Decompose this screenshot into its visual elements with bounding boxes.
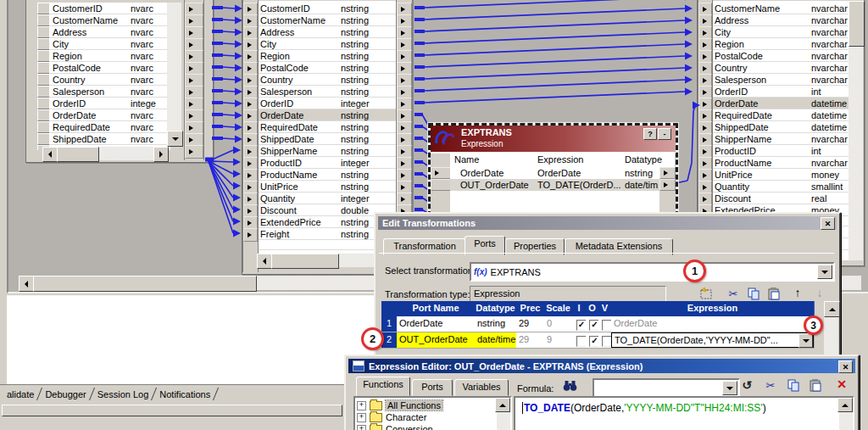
table-row[interactable]: OrderDatenvarc <box>26 109 184 121</box>
tree-item[interactable]: + All Functions <box>357 399 493 411</box>
transformation-select[interactable]: f(x) EXPTRANS <box>470 262 835 282</box>
port-cell[interactable] <box>659 179 676 191</box>
tree-item[interactable]: + Character <box>357 411 493 423</box>
table-row[interactable]: OrderDatenstring <box>242 109 396 121</box>
close-button[interactable]: ✕ <box>821 217 835 230</box>
paste-button[interactable] <box>808 378 823 392</box>
close-button[interactable]: ✕ <box>838 360 853 373</box>
table-row[interactable]: Regionnvarchar <box>698 38 849 50</box>
exptrans-window[interactable]: EXPTRANS Expression ? - Name Expression … <box>428 123 678 216</box>
table-row[interactable]: CustomerNamenvarc <box>26 14 184 26</box>
formula-search-combo[interactable] <box>593 378 740 398</box>
help-button[interactable]: ? <box>643 128 657 140</box>
table-row[interactable]: ProductNamenvarchar <box>698 157 849 169</box>
output-tab-debugger[interactable]: Debugger <box>40 388 91 399</box>
table-row[interactable]: Salespersonnvarchar <box>698 74 849 86</box>
tab-ports[interactable]: Ports <box>412 379 453 396</box>
table-row[interactable]: UnitPricenstring <box>242 181 396 193</box>
table-row[interactable]: OrderIDint <box>698 86 849 98</box>
paste-button[interactable] <box>766 287 782 300</box>
table-row[interactable]: OrderIDinteger <box>242 98 396 109</box>
clear-button[interactable]: ✕ <box>834 377 849 391</box>
open-expression-editor-button[interactable] <box>798 333 813 348</box>
table-row[interactable]: ProductIDint <box>698 145 849 157</box>
table-row[interactable]: RequiredDatedatetime <box>698 109 849 121</box>
copy-button[interactable] <box>746 287 761 300</box>
table-row[interactable]: ShipperNamenstring <box>242 145 396 157</box>
table-row[interactable]: Regionnstring <box>242 50 396 62</box>
table-row[interactable]: Salespersonnstring <box>242 86 396 98</box>
expression-cell-editor[interactable]: TO_DATE(OrderDate,'YYYY-MM-DD"... <box>611 332 814 348</box>
table-row[interactable]: Countrynvarchar <box>698 62 849 74</box>
prec-cell[interactable]: 29 <box>516 332 548 349</box>
formula-editor[interactable]: TO_DATE(OrderDate,'YYYY-MM-DD"T"HH24:MI:… <box>514 396 854 430</box>
port-name-cell[interactable]: OrderDate <box>397 316 478 332</box>
table-row[interactable]: Addressnvarc <box>26 26 184 38</box>
table-row[interactable]: Regionnvarc <box>26 50 184 62</box>
table-row[interactable]: Addressnstring <box>242 26 396 38</box>
table-row[interactable]: ShipperNamenvarchar <box>698 133 849 145</box>
tree-item-label[interactable]: Character <box>386 412 426 422</box>
prec-cell[interactable]: 29 <box>516 316 548 332</box>
table-row[interactable]: CustomerIDnvarc <box>26 3 184 14</box>
table-row[interactable]: 2 OUT_OrderDate date/time 29 9 ✓ TO_DATE… <box>381 332 814 349</box>
scrollbar-thumb[interactable] <box>57 147 99 162</box>
scrollbar-thumb[interactable] <box>33 276 257 292</box>
cut-button[interactable]: ✂ <box>763 378 778 392</box>
table-row[interactable]: UnitPricemoney <box>698 169 849 181</box>
table-row[interactable]: ProductIDinteger <box>242 157 396 169</box>
dialog-titlebar[interactable]: Edit Transformations <box>378 216 837 230</box>
table-row[interactable]: ShippedDatedatetime <box>698 121 849 133</box>
table-row[interactable]: OrderIDintege <box>26 98 184 109</box>
tab-variables[interactable]: Variables <box>454 379 509 396</box>
table-row[interactable]: CustomerNamenvarchar <box>698 3 849 14</box>
table-row[interactable]: ShippedDatenstring <box>242 133 396 145</box>
table-row[interactable]: Citynvarc <box>26 38 184 50</box>
cut-button[interactable]: ✂ <box>726 287 741 300</box>
add-port-button[interactable] <box>698 287 714 300</box>
table-row[interactable]: Countrynvarc <box>26 74 184 86</box>
table-row[interactable]: Quantitysmallint <box>698 181 849 193</box>
scrollbar-thumb[interactable] <box>849 1 865 47</box>
minimize-button[interactable]: - <box>658 128 671 140</box>
copy-button[interactable] <box>786 378 801 392</box>
dialog-titlebar[interactable]: Expression Editor: OUT_OrderDate - EXPTR… <box>348 359 855 373</box>
tree-item-label[interactable]: Conversion <box>386 424 433 430</box>
undo-button[interactable]: ↺ <box>739 378 754 392</box>
table-row[interactable]: ExtendedPricenstring <box>242 216 396 228</box>
port-name-cell[interactable]: OUT_OrderDate <box>397 332 478 349</box>
datatype-cell[interactable]: date/time <box>475 332 520 349</box>
expression-cell[interactable]: OrderDate <box>611 316 817 332</box>
table-row[interactable]: CustomerIDnstring <box>242 3 396 14</box>
tree-item[interactable]: + Conversion <box>357 423 493 430</box>
vertical-scrollbar[interactable] <box>167 3 181 145</box>
tree-expander-icon[interactable]: + <box>357 413 366 422</box>
tab-functions[interactable]: Functions <box>356 377 410 396</box>
table-row[interactable]: RequiredDatenvarc <box>26 121 184 133</box>
table-row[interactable]: OUT_OrderDate TO_DATE(OrderD... date/tim <box>431 179 676 192</box>
output-tab-notifications[interactable]: Notifications <box>154 388 215 399</box>
scroll-up-button[interactable] <box>824 301 840 317</box>
table-row[interactable]: ShippedDatenvarc <box>26 133 184 145</box>
tree-expander-icon[interactable]: + <box>357 425 366 430</box>
dropdown-button[interactable] <box>817 265 832 279</box>
datatype-cell[interactable]: nstring <box>475 316 520 332</box>
table-row[interactable]: OrderDate OrderDate nstring <box>431 167 676 180</box>
function-tree[interactable]: + All Functions + Character + Conversion <box>353 396 512 430</box>
port-cell[interactable] <box>243 228 258 242</box>
table-row[interactable]: PostalCodenvarc <box>26 62 184 74</box>
table-row[interactable]: RequiredDatenstring <box>242 121 396 133</box>
scroll-up-button[interactable] <box>495 398 510 412</box>
table-row[interactable]: 1 OrderDate nstring 29 0 ✓ ✓ OrderDate <box>381 316 814 332</box>
port-cell[interactable] <box>185 145 203 159</box>
scroll-left-button[interactable] <box>42 147 58 162</box>
table-row[interactable]: Quantityinteger <box>242 193 396 204</box>
table-row[interactable]: Discountdouble <box>242 204 396 216</box>
scroll-right-button[interactable] <box>153 147 169 162</box>
scroll-left-button[interactable] <box>257 254 272 269</box>
move-down-button[interactable]: ↓ <box>812 286 827 299</box>
scroll-up-button[interactable] <box>837 398 853 412</box>
scale-cell[interactable]: 0 <box>544 316 576 332</box>
table-row[interactable]: Countrynstring <box>242 74 396 86</box>
scrollbar-thumb[interactable] <box>271 254 339 269</box>
